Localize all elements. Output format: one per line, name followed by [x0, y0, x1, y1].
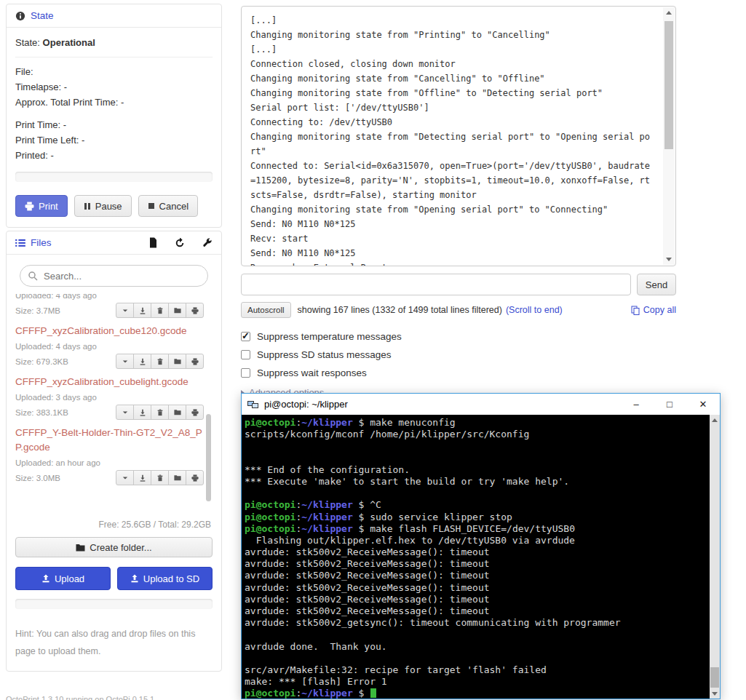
- putty-terminal-screen: pi@octopi:~/klipper $ make menuconfigscr…: [242, 415, 710, 699]
- file-print-button[interactable]: [186, 405, 204, 420]
- upload-to-sd-button[interactable]: Upload to SD: [117, 567, 213, 590]
- trash-icon: [156, 358, 164, 365]
- terminal-command-input[interactable]: [241, 274, 631, 295]
- terminal-scrollbar[interactable]: [663, 7, 675, 265]
- upload-to-sd-label: Upload to SD: [143, 573, 199, 584]
- print-progress-bar: [15, 172, 213, 182]
- file-actions: [116, 405, 204, 420]
- upload-button[interactable]: Upload: [15, 567, 111, 590]
- autoscroll-button[interactable]: Autoscroll: [241, 302, 291, 318]
- file-load-button[interactable]: [168, 354, 186, 369]
- terminal-tab: [...] Changing monitoring state from "Pr…: [241, 6, 676, 398]
- file-download-button[interactable]: [133, 303, 151, 318]
- file-dropdown-button[interactable]: [116, 405, 134, 420]
- pause-button[interactable]: Pause: [74, 195, 132, 217]
- cancel-button[interactable]: Cancel: [138, 195, 198, 217]
- terminal-scrollbar-thumb[interactable]: [664, 21, 673, 149]
- trash-icon: [156, 307, 164, 314]
- file-delete-button[interactable]: [151, 354, 169, 369]
- files-panel-title[interactable]: Files: [31, 237, 52, 248]
- file-load-button[interactable]: [168, 470, 186, 485]
- print-time-left-line: Print Time Left: -: [15, 132, 213, 148]
- print-button-label: Print: [39, 201, 58, 212]
- putty-scrollbar-thumb[interactable]: [710, 667, 719, 688]
- file-list-item: CFFFP_Y-Belt-Holder-Thin-GT2_V2_A8_PP.gc…: [15, 426, 204, 485]
- putty-output-line: [245, 453, 708, 464]
- state-value: Operational: [43, 37, 95, 48]
- maximize-button[interactable]: □: [653, 394, 686, 415]
- download-icon: [139, 307, 146, 314]
- state-panel-title[interactable]: State: [31, 10, 54, 21]
- putty-output-line: src/avr/Makefile:32: recipe for target '…: [245, 664, 708, 676]
- files-panel: Files: [6, 231, 222, 672]
- chevron-down-icon: [122, 475, 128, 481]
- file-delete-button[interactable]: [151, 405, 169, 420]
- file-list-scrollbar-thumb[interactable]: [206, 414, 211, 501]
- list-icon: [15, 239, 25, 247]
- create-folder-button[interactable]: Create folder...: [15, 537, 213, 557]
- putty-prompt-line: pi@octopi:~/klipper $ make flash FLASH_D…: [245, 523, 708, 535]
- file-print-button[interactable]: [186, 354, 204, 369]
- putty-output-line: [245, 488, 708, 499]
- file-dropdown-button[interactable]: [116, 354, 134, 369]
- filter-checkbox[interactable]: [241, 350, 250, 359]
- file-dropdown-button[interactable]: [116, 470, 134, 485]
- filter-checkbox[interactable]: [241, 332, 250, 341]
- print-button[interactable]: Print: [15, 195, 68, 217]
- state-line: State: Operational: [15, 35, 213, 50]
- files-panel-heading[interactable]: Files: [7, 231, 221, 254]
- copy-all-link[interactable]: Copy all: [631, 305, 676, 315]
- file-list-item: Uploaded: 4 days ago Size: 3.7MB: [15, 294, 204, 318]
- file-print-button[interactable]: [186, 470, 204, 485]
- putty-output-line: Flashing out/klipper.elf.hex to /dev/tty…: [245, 535, 708, 546]
- files-document-button[interactable]: [148, 237, 157, 248]
- cancel-button-label: Cancel: [159, 201, 189, 212]
- file-download-button[interactable]: [133, 405, 151, 420]
- files-refresh-button[interactable]: [175, 238, 185, 248]
- scroll-up-arrow[interactable]: [710, 415, 720, 425]
- putty-output-line: avrdude: stk500v2_getsync(): timeout com…: [245, 617, 708, 629]
- scroll-to-end-link[interactable]: (Scroll to end): [506, 305, 563, 315]
- file-delete-button[interactable]: [151, 303, 169, 318]
- terminal-output-panel[interactable]: [...] Changing monitoring state from "Pr…: [241, 6, 676, 266]
- trash-icon: [156, 409, 164, 416]
- wrench-icon: [202, 238, 213, 248]
- chevron-down-icon: [122, 308, 128, 314]
- filter-checkbox[interactable]: [241, 368, 250, 378]
- printer-icon: [191, 307, 199, 314]
- file-load-button[interactable]: [168, 303, 186, 318]
- file-load-button[interactable]: [168, 405, 186, 420]
- chevron-down-icon: [122, 410, 128, 415]
- scroll-up-arrow[interactable]: [663, 7, 675, 18]
- scroll-down-arrow[interactable]: [710, 688, 720, 699]
- scroll-down-arrow[interactable]: [663, 254, 675, 265]
- putty-prompt-line: pi@octopi:~/klipper $ sudo service klipp…: [245, 512, 708, 523]
- print-time-line: Print Time: -: [15, 117, 213, 132]
- filter-label: Suppress temperature messages: [257, 331, 402, 342]
- terminal-cursor: [370, 688, 376, 698]
- putty-scrollbar[interactable]: [710, 415, 720, 699]
- file-dropdown-button[interactable]: [116, 303, 134, 318]
- file-download-button[interactable]: [133, 470, 151, 485]
- file-line: File:: [15, 64, 213, 79]
- state-panel-body: State: Operational File: Timelapse: - Ap…: [7, 27, 221, 227]
- info-icon: [15, 11, 25, 21]
- file-print-button[interactable]: [186, 303, 204, 318]
- file-list[interactable]: Uploaded: 4 days ago Size: 3.7MB: [15, 294, 213, 514]
- file-size: Size: 679.3KB: [15, 357, 68, 366]
- putty-titlebar[interactable]: pi@octopi: ~/klipper – □ ✕: [242, 394, 720, 415]
- close-button[interactable]: ✕: [686, 394, 720, 415]
- upload-icon: [130, 574, 139, 583]
- putty-prompt-line: pi@octopi:~/klipper $: [245, 688, 708, 699]
- minimize-button[interactable]: –: [619, 394, 653, 415]
- send-button[interactable]: Send: [637, 274, 676, 295]
- file-download-button[interactable]: [133, 354, 151, 369]
- files-settings-button[interactable]: [202, 238, 213, 248]
- putty-output-line: scripts/kconfig/mconf /home/pi/klipper/s…: [245, 429, 708, 440]
- search-input[interactable]: [20, 265, 208, 287]
- state-panel-heading[interactable]: State: [7, 4, 221, 27]
- document-icon: [148, 237, 157, 248]
- putty-output-line: avrdude: stk500v2_ReceiveMessage(): time…: [245, 582, 708, 594]
- putty-output-line: *** Execute 'make' to start the build or…: [245, 476, 708, 488]
- file-delete-button[interactable]: [151, 470, 169, 485]
